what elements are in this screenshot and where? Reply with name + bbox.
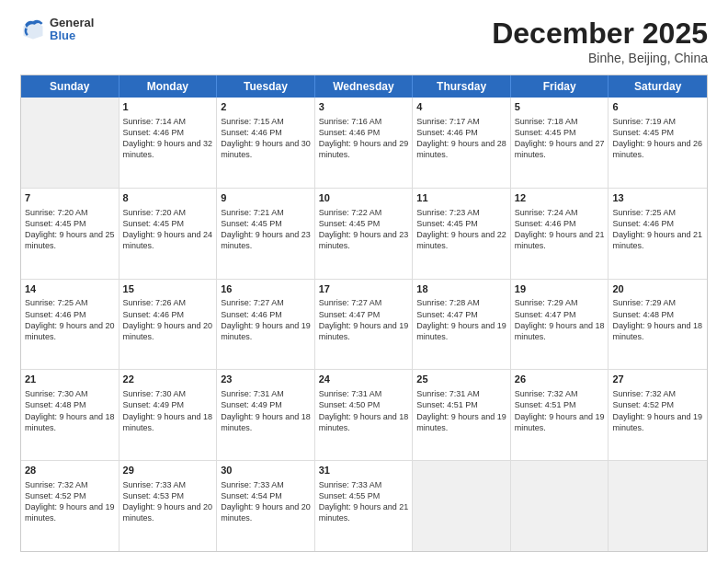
- cell-info: Sunrise: 7:33 AM Sunset: 4:55 PM Dayligh…: [319, 479, 409, 524]
- calendar-row-4: 28Sunrise: 7:32 AM Sunset: 4:52 PM Dayli…: [21, 461, 707, 551]
- calendar: SundayMondayTuesdayWednesdayThursdayFrid…: [20, 75, 708, 552]
- calendar-cell: 6Sunrise: 7:19 AM Sunset: 4:45 PM Daylig…: [609, 98, 707, 188]
- day-number: 7: [25, 191, 115, 205]
- cell-info: Sunrise: 7:15 AM Sunset: 4:46 PM Dayligh…: [221, 116, 311, 161]
- day-number: 19: [515, 282, 605, 296]
- cell-info: Sunrise: 7:27 AM Sunset: 4:47 PM Dayligh…: [319, 297, 409, 342]
- day-number: 17: [319, 282, 409, 296]
- calendar-cell: 13Sunrise: 7:25 AM Sunset: 4:46 PM Dayli…: [609, 189, 707, 279]
- calendar-cell: 25Sunrise: 7:31 AM Sunset: 4:51 PM Dayli…: [413, 370, 511, 460]
- calendar-cell: 11Sunrise: 7:23 AM Sunset: 4:45 PM Dayli…: [413, 189, 511, 279]
- day-number: 29: [123, 464, 213, 477]
- calendar-cell: 31Sunrise: 7:33 AM Sunset: 4:55 PM Dayli…: [315, 461, 414, 551]
- calendar-row-2: 14Sunrise: 7:25 AM Sunset: 4:46 PM Dayli…: [21, 280, 707, 371]
- cell-info: Sunrise: 7:32 AM Sunset: 4:52 PM Dayligh…: [25, 479, 115, 524]
- calendar-cell: 7Sunrise: 7:20 AM Sunset: 4:45 PM Daylig…: [21, 189, 119, 279]
- cell-info: Sunrise: 7:29 AM Sunset: 4:47 PM Dayligh…: [515, 297, 605, 342]
- calendar-cell: 28Sunrise: 7:32 AM Sunset: 4:52 PM Dayli…: [21, 461, 119, 551]
- calendar-cell: 4Sunrise: 7:17 AM Sunset: 4:46 PM Daylig…: [413, 98, 511, 188]
- calendar-cell: 8Sunrise: 7:20 AM Sunset: 4:45 PM Daylig…: [119, 189, 218, 279]
- calendar-cell: 10Sunrise: 7:22 AM Sunset: 4:45 PM Dayli…: [315, 189, 414, 279]
- day-number: 30: [221, 464, 311, 477]
- logo-general-text: General: [50, 17, 94, 29]
- day-number: 9: [221, 191, 311, 205]
- header: General Blue December 2025 Binhe, Beijin…: [20, 17, 708, 65]
- calendar-cell: 16Sunrise: 7:27 AM Sunset: 4:46 PM Dayli…: [217, 280, 315, 370]
- calendar-cell: [21, 98, 119, 188]
- day-number: 5: [515, 100, 605, 114]
- cell-info: Sunrise: 7:16 AM Sunset: 4:46 PM Dayligh…: [319, 116, 409, 161]
- calendar-cell: [609, 461, 707, 551]
- day-number: 24: [319, 373, 409, 386]
- page: General Blue December 2025 Binhe, Beijin…: [0, 0, 728, 563]
- cell-info: Sunrise: 7:33 AM Sunset: 4:53 PM Dayligh…: [123, 479, 213, 524]
- day-number: 11: [416, 191, 506, 205]
- calendar-cell: 14Sunrise: 7:25 AM Sunset: 4:46 PM Dayli…: [21, 280, 119, 370]
- calendar-title: December 2025: [492, 17, 708, 51]
- weekday-header-monday: Monday: [119, 75, 218, 98]
- day-number: 13: [612, 191, 703, 205]
- calendar-row-1: 7Sunrise: 7:20 AM Sunset: 4:45 PM Daylig…: [21, 189, 707, 280]
- cell-info: Sunrise: 7:32 AM Sunset: 4:51 PM Dayligh…: [515, 388, 605, 433]
- day-number: 8: [123, 191, 213, 205]
- calendar-cell: 27Sunrise: 7:32 AM Sunset: 4:52 PM Dayli…: [609, 370, 707, 460]
- cell-info: Sunrise: 7:25 AM Sunset: 4:46 PM Dayligh…: [25, 297, 115, 342]
- calendar-cell: 19Sunrise: 7:29 AM Sunset: 4:47 PM Dayli…: [511, 280, 609, 370]
- cell-info: Sunrise: 7:17 AM Sunset: 4:46 PM Dayligh…: [416, 116, 506, 161]
- calendar-cell: 23Sunrise: 7:31 AM Sunset: 4:49 PM Dayli…: [217, 370, 315, 460]
- day-number: 3: [319, 100, 409, 114]
- calendar-location: Binhe, Beijing, China: [492, 51, 708, 65]
- calendar-cell: 9Sunrise: 7:21 AM Sunset: 4:45 PM Daylig…: [217, 189, 315, 279]
- logo-text: General Blue: [50, 17, 94, 43]
- day-number: 15: [123, 282, 213, 296]
- cell-info: Sunrise: 7:28 AM Sunset: 4:47 PM Dayligh…: [416, 297, 506, 342]
- cell-info: Sunrise: 7:20 AM Sunset: 4:45 PM Dayligh…: [25, 207, 115, 252]
- weekday-header-tuesday: Tuesday: [217, 75, 315, 98]
- day-number: 16: [221, 282, 311, 296]
- calendar-row-0: 1Sunrise: 7:14 AM Sunset: 4:46 PM Daylig…: [21, 98, 707, 189]
- cell-info: Sunrise: 7:22 AM Sunset: 4:45 PM Dayligh…: [319, 207, 409, 252]
- calendar-cell: 17Sunrise: 7:27 AM Sunset: 4:47 PM Dayli…: [315, 280, 414, 370]
- calendar-cell: 18Sunrise: 7:28 AM Sunset: 4:47 PM Dayli…: [413, 280, 511, 370]
- day-number: 22: [123, 373, 213, 386]
- weekday-header-friday: Friday: [511, 75, 609, 98]
- weekday-header-wednesday: Wednesday: [315, 75, 414, 98]
- day-number: 31: [319, 464, 409, 477]
- calendar-cell: 3Sunrise: 7:16 AM Sunset: 4:46 PM Daylig…: [315, 98, 414, 188]
- cell-info: Sunrise: 7:14 AM Sunset: 4:46 PM Dayligh…: [123, 116, 213, 161]
- calendar-cell: 21Sunrise: 7:30 AM Sunset: 4:48 PM Dayli…: [21, 370, 119, 460]
- cell-info: Sunrise: 7:21 AM Sunset: 4:45 PM Dayligh…: [221, 207, 311, 252]
- logo-blue-text: Blue: [50, 29, 94, 42]
- day-number: 20: [612, 282, 703, 296]
- day-number: 14: [25, 282, 115, 296]
- day-number: 21: [25, 373, 115, 386]
- title-block: December 2025 Binhe, Beijing, China: [492, 17, 708, 65]
- cell-info: Sunrise: 7:30 AM Sunset: 4:48 PM Dayligh…: [25, 388, 115, 433]
- logo-icon: [20, 17, 46, 42]
- cell-info: Sunrise: 7:31 AM Sunset: 4:49 PM Dayligh…: [221, 388, 311, 433]
- day-number: 23: [221, 373, 311, 386]
- calendar-header: SundayMondayTuesdayWednesdayThursdayFrid…: [21, 75, 707, 98]
- calendar-cell: 1Sunrise: 7:14 AM Sunset: 4:46 PM Daylig…: [119, 98, 218, 188]
- cell-info: Sunrise: 7:24 AM Sunset: 4:46 PM Dayligh…: [515, 207, 605, 252]
- calendar-cell: 2Sunrise: 7:15 AM Sunset: 4:46 PM Daylig…: [217, 98, 315, 188]
- logo: General Blue: [20, 17, 94, 43]
- cell-info: Sunrise: 7:25 AM Sunset: 4:46 PM Dayligh…: [612, 207, 703, 252]
- day-number: 6: [612, 100, 703, 114]
- cell-info: Sunrise: 7:18 AM Sunset: 4:45 PM Dayligh…: [515, 116, 605, 161]
- cell-info: Sunrise: 7:32 AM Sunset: 4:52 PM Dayligh…: [612, 388, 703, 433]
- day-number: 2: [221, 100, 311, 114]
- calendar-cell: 30Sunrise: 7:33 AM Sunset: 4:54 PM Dayli…: [217, 461, 315, 551]
- calendar-cell: 29Sunrise: 7:33 AM Sunset: 4:53 PM Dayli…: [119, 461, 218, 551]
- calendar-cell: 15Sunrise: 7:26 AM Sunset: 4:46 PM Dayli…: [119, 280, 218, 370]
- day-number: 26: [515, 373, 605, 386]
- cell-info: Sunrise: 7:30 AM Sunset: 4:49 PM Dayligh…: [123, 388, 213, 433]
- cell-info: Sunrise: 7:27 AM Sunset: 4:46 PM Dayligh…: [221, 297, 311, 342]
- calendar-cell: 24Sunrise: 7:31 AM Sunset: 4:50 PM Dayli…: [315, 370, 414, 460]
- day-number: 10: [319, 191, 409, 205]
- day-number: 18: [416, 282, 506, 296]
- calendar-cell: 5Sunrise: 7:18 AM Sunset: 4:45 PM Daylig…: [511, 98, 609, 188]
- day-number: 27: [612, 373, 703, 386]
- calendar-cell: [511, 461, 609, 551]
- day-number: 1: [123, 100, 213, 114]
